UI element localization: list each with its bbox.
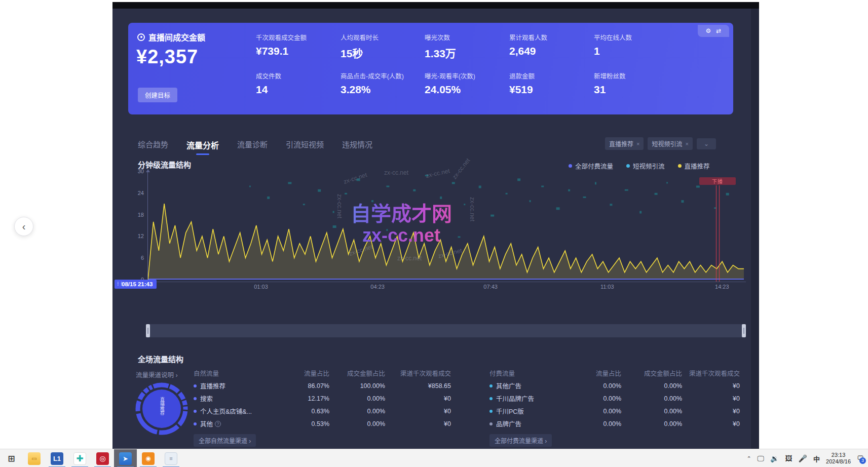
all-channels-link[interactable]: 全部付费流量渠道 › — [489, 434, 552, 447]
channel-label: 个人主页&店铺&... — [194, 406, 284, 416]
col-header: 流量占比 — [284, 368, 329, 378]
metric-value: 15秒 — [341, 45, 427, 60]
taskbar-notepad[interactable]: ≡ — [160, 449, 182, 467]
metric-label: 曝光-观看率(次数) — [425, 71, 511, 81]
slider-right-handle[interactable] — [742, 324, 746, 337]
col-header: 流量占比 — [576, 368, 621, 378]
window-titlebar — [112, 2, 759, 9]
tab-流量分析[interactable]: 流量分析 — [186, 139, 219, 155]
legend-dot-icon — [626, 164, 630, 168]
slider-left-handle[interactable] — [146, 324, 150, 337]
taskbar-app-red-ring[interactable]: ◎ — [91, 449, 114, 467]
hero-metric: 商品点击-成交率(人数)3.28% — [341, 71, 427, 96]
metric-label: 千次观看成交金额 — [256, 32, 342, 42]
hero-metric: 曝光-观看率(次数)24.05% — [425, 71, 511, 96]
create-goal-button[interactable]: 创建目标 — [138, 88, 177, 102]
notification-icon[interactable]: 🗨 3 — [857, 454, 864, 462]
channel-dot-icon — [489, 384, 493, 387]
time-range-slider[interactable] — [146, 324, 746, 337]
channel-filter-chips: 直播推荐×短视频引流×⌄ — [605, 137, 716, 150]
metric-value: ¥519 — [509, 84, 595, 96]
speaker-icon[interactable]: 🔉 — [770, 454, 779, 462]
table-row: 千川PC版0.00%0.00%¥0 — [489, 405, 740, 417]
folder-icon: ▭ — [28, 452, 41, 465]
x-tick: 07:43 — [483, 284, 498, 290]
y-tick: 30 — [131, 168, 144, 174]
teal-plus-app-icon: ✚ — [73, 452, 86, 465]
windows-taskbar: ⊞▭L1✚◎➤◉≡ ⌃ 🖵 🔉 🖼 🎤 中 23:13 2024/8/16 🗨 … — [0, 449, 868, 467]
filter-chip[interactable]: 直播推荐× — [605, 137, 644, 150]
taskbar-start[interactable]: ⊞ — [0, 449, 23, 467]
channel-label: 搜索 — [194, 394, 284, 403]
x-tick: 14:23 — [715, 284, 729, 290]
metric-label: 平均在线人数 — [594, 32, 680, 42]
card-title: 直播间成交金额 — [148, 31, 205, 43]
x-tick: 04:23 — [370, 284, 385, 290]
all-channels-link[interactable]: 全部自然流量渠道 › — [194, 434, 256, 447]
table-row: 个人主页&店铺&...0.63%0.00%¥0 — [194, 405, 451, 417]
hero-metric: 新增粉丝数31 — [594, 71, 680, 96]
taskbar-file-explorer[interactable]: ▭ — [23, 449, 46, 467]
taskbar-app-l1[interactable]: L1 — [46, 449, 68, 467]
per-thousand-gmv: ¥858.65 — [385, 382, 451, 390]
tab-引流短视频[interactable]: 引流短视频 — [286, 139, 324, 155]
tab-综合趋势[interactable]: 综合趋势 — [138, 139, 168, 155]
close-icon[interactable]: × — [636, 141, 639, 147]
back-button[interactable]: ‹ — [14, 217, 33, 236]
chip-dropdown[interactable]: ⌄ — [697, 138, 716, 149]
compass-dashboard-window: 直播间成交金额 ¥2,357 创建目标 ⚙ ⇄ 千次观看成交金额¥739.1人均… — [112, 2, 759, 449]
clock[interactable]: 23:13 2024/8/16 — [826, 452, 851, 465]
gear-icon[interactable]: ⚙ — [706, 27, 711, 34]
per-thousand-gmv: ¥0 — [385, 408, 451, 415]
hero-metric: 退款金额¥519 — [509, 71, 595, 96]
card-title-row: 直播间成交金额 — [137, 31, 205, 43]
network-icon[interactable]: 🖵 — [758, 454, 765, 463]
metric-value: 2,649 — [509, 45, 595, 57]
taskbar-app-orange-cam[interactable]: ◉ — [137, 449, 160, 467]
paid-traffic-table: 付费流量流量占比成交金额占比渠道千次观看成交其他广告0.00%0.00%¥0千川… — [489, 367, 740, 447]
taskbar-app-teal-plus[interactable]: ✚ — [68, 449, 91, 467]
channel-dot-icon — [489, 410, 493, 413]
traffic-share: 0.53% — [284, 420, 329, 427]
channel-help-link[interactable]: 流量渠道说明 › — [136, 370, 178, 379]
channel-dot-icon — [194, 397, 197, 400]
traffic-share: 0.63% — [284, 408, 329, 415]
y-tick: 12 — [131, 233, 144, 239]
legend-dot-icon — [569, 164, 572, 168]
col-header: 渠道千次观看成交 — [385, 368, 451, 378]
table-row: 其他广告0.00%0.00%¥0 — [489, 379, 740, 392]
hero-metric: 平均在线人数1 — [594, 32, 680, 57]
metric-value: 3.28% — [341, 84, 427, 96]
metric-label: 商品点击-成交率(人数) — [341, 71, 427, 81]
pointer-app-icon: ➤ — [119, 452, 132, 465]
red-ring-app-icon: ◎ — [96, 452, 109, 465]
ime-indicator[interactable]: 中 — [813, 454, 820, 463]
metric-value: 31 — [594, 84, 680, 96]
traffic-share: 0.00% — [576, 382, 621, 390]
swap-icon[interactable]: ⇄ — [716, 27, 721, 34]
per-thousand-gmv: ¥0 — [385, 395, 451, 402]
microphone-icon[interactable]: 🎤 — [799, 454, 807, 462]
tab-违规情况[interactable]: 违规情况 — [342, 139, 372, 155]
traffic-share: 0.00% — [576, 395, 621, 402]
y-tick: 24 — [131, 190, 144, 196]
hero-metric: 曝光次数1.33万 — [425, 32, 511, 60]
filter-chip[interactable]: 短视频引流× — [648, 137, 692, 150]
desktop: ‹ 直播间成交金额 ¥2,357 创建目标 ⚙ ⇄ 千次观看成交金额¥739.1… — [0, 0, 868, 467]
help-icon[interactable]: ? — [215, 421, 221, 427]
channel-dot-icon — [194, 422, 197, 425]
chip-label: 直播推荐 — [609, 139, 633, 148]
per-thousand-gmv: ¥0 — [682, 395, 740, 402]
taskbar-app-blue-pointer[interactable]: ➤ — [114, 449, 137, 467]
image-tool-icon[interactable]: 🖼 — [785, 454, 792, 462]
tray-chevron-icon[interactable]: ⌃ — [746, 455, 751, 462]
metric-label: 成交件数 — [256, 71, 342, 81]
tab-流量诊断[interactable]: 流量诊断 — [237, 139, 268, 155]
col-header: 渠道千次观看成交 — [682, 368, 740, 378]
minute-traffic-chart[interactable] — [148, 169, 746, 282]
channel-dot-icon — [194, 384, 197, 387]
x-start-time-chip[interactable]: 08/15 21:43 — [115, 280, 157, 289]
full-section-title: 全场流量结构 — [138, 354, 183, 364]
close-icon[interactable]: × — [685, 141, 688, 147]
channel-label: 直播推荐 — [194, 381, 284, 391]
